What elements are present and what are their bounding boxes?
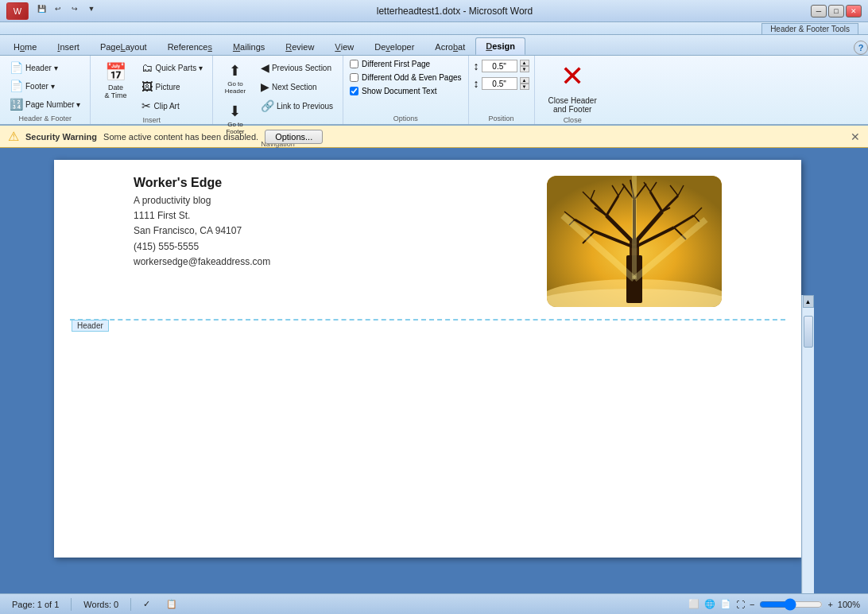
help-button[interactable]: ? <box>854 41 868 55</box>
insert-col1: 📅 Date& Time <box>95 59 135 103</box>
view-print-btn[interactable]: 📄 <box>720 599 731 609</box>
undo-quick-btn[interactable]: ↩ <box>51 2 65 15</box>
tab-references[interactable]: References <box>157 37 223 55</box>
tab-home[interactable]: Home <box>3 37 47 55</box>
scroll-up-btn[interactable]: ▲ <box>803 295 814 308</box>
header-divider: Header <box>70 319 785 321</box>
page-number-dropdown-btn[interactable]: 🔢 Page Number ▾ <box>5 95 85 113</box>
header-region-label: Header <box>72 320 109 332</box>
next-section-label: Next Section <box>272 83 317 91</box>
view-web-btn[interactable]: 🌐 <box>704 599 715 609</box>
tab-page-layout[interactable]: Page Layout <box>90 37 157 55</box>
company-name: Worker's Edge <box>134 176 270 190</box>
address1: 1111 First St. <box>134 208 270 223</box>
security-bar-close-btn[interactable]: ✕ <box>851 130 860 143</box>
header-footer-content: 📄 Header ▾ 📄 Footer ▾ 🔢 Page Number ▾ <box>5 59 85 113</box>
redo-quick-btn[interactable]: ↪ <box>68 2 82 15</box>
navigation-content: ⬆ Go toHeader ⬇ Go toFooter ◀ Previous S… <box>218 59 338 138</box>
picture-icon: 🖼 <box>141 80 153 93</box>
header-position-row: ↕ ▲ ▼ <box>474 60 529 72</box>
quick-parts-label: Quick Parts ▾ <box>155 64 202 72</box>
tab-mailings[interactable]: Mailings <box>223 37 275 55</box>
scroll-thumb[interactable] <box>804 316 813 348</box>
maximize-button[interactable]: □ <box>828 5 844 17</box>
minimize-button[interactable]: ─ <box>811 5 827 17</box>
close-group: ✕ Close Headerand Footer Close <box>535 56 610 124</box>
spell-check-icon[interactable]: ✓ <box>139 599 154 609</box>
status-right: ⬜ 🌐 📄 ⛶ − + 100% <box>688 599 860 609</box>
clip-art-btn[interactable]: ✂ Clip Art <box>137 97 207 115</box>
footer-pos-input[interactable] <box>482 77 517 90</box>
footer-pos-down[interactable]: ▼ <box>520 84 529 90</box>
goto-header-label: Go toHeader <box>225 80 246 95</box>
position-content: ↕ ▲ ▼ ↕ ▲ ▼ <box>474 59 529 113</box>
previous-section-btn[interactable]: ◀ Previous Section <box>256 59 338 76</box>
header-pos-down[interactable]: ▼ <box>520 66 529 72</box>
show-document-text-checkbox[interactable] <box>350 87 358 95</box>
track-changes-icon[interactable]: 📋 <box>162 599 181 609</box>
company-details: A productivity blog 1111 First St. San F… <box>134 193 270 270</box>
security-warning-message: Some active content has been disabled. <box>103 132 258 142</box>
document-area: Worker's Edge A productivity blog 1111 F… <box>0 148 868 593</box>
next-section-btn[interactable]: ▶ Next Section <box>256 78 338 95</box>
view-full-screen-btn[interactable]: ⛶ <box>736 600 745 609</box>
tab-insert[interactable]: Insert <box>47 37 90 55</box>
header-icon: 📄 <box>10 61 23 74</box>
quick-parts-btn[interactable]: 🗂 Quick Parts ▾ <box>137 59 207 76</box>
header-footer-col: 📄 Header ▾ 📄 Footer ▾ 🔢 Page Number ▾ <box>5 59 85 113</box>
picture-btn[interactable]: 🖼 Picture <box>137 78 207 95</box>
document-body[interactable] <box>54 321 801 543</box>
status-sep-2 <box>130 598 131 611</box>
different-first-page-checkbox[interactable] <box>350 60 358 68</box>
zoom-in-btn[interactable]: + <box>827 600 832 609</box>
save-quick-btn[interactable]: 💾 <box>34 2 48 15</box>
nav-btns-col: ◀ Previous Section ▶ Next Section 🔗 Link… <box>256 59 338 138</box>
page-number-icon: 🔢 <box>10 98 23 111</box>
header-pos-input[interactable] <box>482 60 517 72</box>
date-time-icon: 📅 <box>105 62 126 83</box>
tab-design[interactable]: Design <box>475 37 525 55</box>
date-time-btn[interactable]: 📅 Date& Time <box>95 59 135 103</box>
goto-footer-icon: ⬇ <box>229 103 241 120</box>
footer-pos-up[interactable]: ▲ <box>520 77 529 84</box>
show-document-text-row: Show Document Text <box>348 86 463 96</box>
security-options-btn[interactable]: Options... <box>265 130 323 144</box>
tab-acrobat[interactable]: Acrobat <box>424 37 475 55</box>
scroll-track[interactable] <box>803 308 814 593</box>
goto-header-btn[interactable]: ⬆ Go toHeader <box>218 59 253 98</box>
date-time-label: Date& Time <box>104 84 126 99</box>
footer-dropdown-btn[interactable]: 📄 Footer ▾ <box>5 77 85 95</box>
customize-quick-btn[interactable]: ▼ <box>84 2 99 15</box>
footer-pos-icon: ↕ <box>474 77 479 90</box>
close-content: ✕ Close Headerand Footer <box>540 59 606 115</box>
insert-group-label: Insert <box>95 115 207 124</box>
tab-developer[interactable]: Developer <box>364 37 424 55</box>
title-bar: W 💾 ↩ ↪ ▼ letterheadtest1.dotx - Microso… <box>0 0 868 22</box>
view-normal-btn[interactable]: ⬜ <box>688 599 699 609</box>
header-dropdown-btn[interactable]: 📄 Header ▾ <box>5 59 85 76</box>
position-group-label: Position <box>474 113 529 122</box>
footer-icon: 📄 <box>10 80 23 92</box>
footer-pos-spinners: ▲ ▼ <box>520 77 529 90</box>
link-to-previous-btn[interactable]: 🔗 Link to Previous <box>256 97 338 115</box>
footer-position-row: ↕ ▲ ▼ <box>474 77 529 90</box>
vertical-scrollbar[interactable]: ▲ ▼ ▼ <box>801 295 814 593</box>
zoom-slider[interactable] <box>759 600 823 609</box>
security-bar: ⚠ Security Warning Some active content h… <box>0 126 868 148</box>
close-hf-label: Close Headerand Footer <box>548 96 597 114</box>
insert-col2: 🗂 Quick Parts ▾ 🖼 Picture ✂ Clip Art <box>137 59 207 115</box>
different-odd-even-checkbox[interactable] <box>350 73 358 82</box>
close-button[interactable]: ✕ <box>846 5 862 17</box>
close-header-footer-btn[interactable]: ✕ Close Headerand Footer <box>540 59 606 115</box>
options-group-label: Options <box>348 113 463 122</box>
header-footer-group-label: Header & Footer <box>5 113 85 122</box>
zoom-out-btn[interactable]: − <box>750 600 754 609</box>
header-pos-up[interactable]: ▲ <box>520 60 529 66</box>
tab-review[interactable]: Review <box>275 37 324 55</box>
tab-view[interactable]: View <box>324 37 364 55</box>
close-hf-icon: ✕ <box>560 60 584 93</box>
document-header: Worker's Edge A productivity blog 1111 F… <box>54 160 801 319</box>
status-bar: Page: 1 of 1 Words: 0 ✓ 📋 ⬜ 🌐 📄 ⛶ − + 10… <box>0 593 868 614</box>
phone: (415) 555-5555 <box>134 239 270 255</box>
office-button[interactable]: W <box>6 2 29 20</box>
